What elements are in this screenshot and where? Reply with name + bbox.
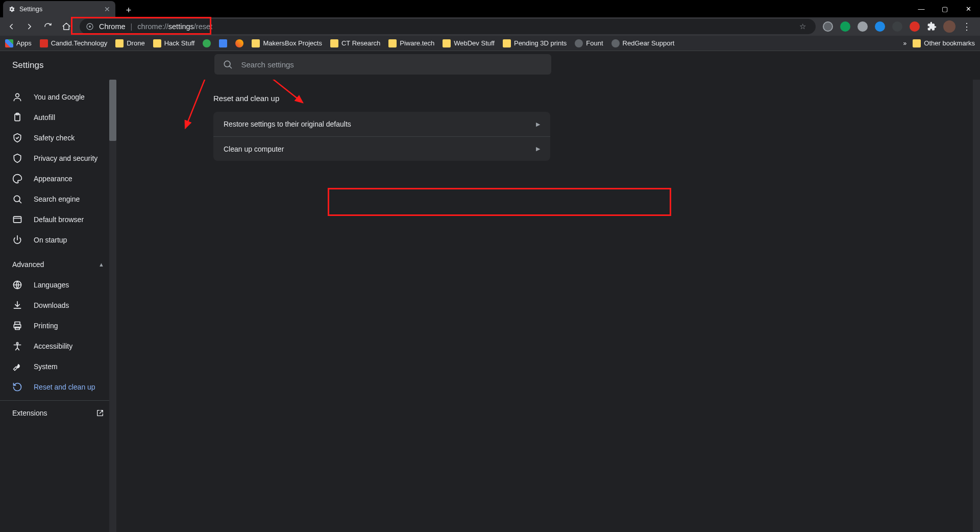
sidebar-item-reset-cleanup[interactable]: Reset and clean up <box>0 377 116 397</box>
extension-icon-2[interactable] <box>838 19 852 34</box>
address-bar[interactable]: Chrome | chrome://settings/reset ☆ <box>80 19 816 34</box>
search-icon <box>12 194 22 204</box>
power-icon <box>12 235 22 245</box>
new-tab-button[interactable]: + <box>121 3 136 17</box>
extension-icon-3[interactable] <box>855 19 870 34</box>
download-icon <box>12 300 22 310</box>
shield-check-icon <box>12 133 22 143</box>
extensions-menu-icon[interactable] <box>925 19 939 34</box>
chevron-right-icon: ▶ <box>536 121 540 128</box>
svg-point-12 <box>16 343 18 344</box>
extension-icon-5[interactable] <box>890 19 904 34</box>
sidebar-item-appearance[interactable]: Appearance <box>0 168 116 189</box>
sidebar-scrollbar-thumb[interactable] <box>109 80 116 141</box>
sidebar-scrollbar-track <box>109 80 116 532</box>
sidebar-item-languages[interactable]: Languages <box>0 275 116 295</box>
bookmark-item[interactable]: Pending 3D prints <box>503 39 567 47</box>
bookmark-star-icon[interactable]: ☆ <box>795 19 810 34</box>
bookmark-item[interactable]: Drone <box>115 39 144 47</box>
extension-icon-6[interactable] <box>908 19 922 34</box>
bookmark-item[interactable]: Piware.tech <box>388 39 434 47</box>
browser-icon <box>12 214 22 225</box>
sidebar-item-autofill[interactable]: Autofill <box>0 107 116 128</box>
settings-header: Settings Search settings <box>0 51 980 80</box>
folder-icon <box>330 39 338 47</box>
browser-tab[interactable]: Settings ✕ <box>3 1 115 17</box>
accessibility-icon <box>12 341 22 351</box>
bookmark-item[interactable]: MakersBox Projects <box>252 39 322 47</box>
sidebar-item-on-startup[interactable]: On startup <box>0 230 116 250</box>
site-icon <box>203 39 211 47</box>
tab-title: Settings <box>19 6 42 13</box>
home-button[interactable] <box>58 18 75 35</box>
sidebar-item-system[interactable]: System <box>0 356 116 377</box>
palette-icon <box>12 174 22 184</box>
open-external-icon <box>96 409 104 417</box>
folder-icon <box>153 39 161 47</box>
sidebar-item-you-and-google[interactable]: You and Google <box>0 87 116 107</box>
search-placeholder: Search settings <box>241 60 293 69</box>
minimize-button[interactable]: — <box>910 0 933 17</box>
chevron-up-icon: ▲ <box>99 261 104 268</box>
close-window-button[interactable]: ✕ <box>957 0 980 17</box>
folder-icon <box>443 39 451 47</box>
omnibox-url: chrome://settings/reset <box>137 22 212 31</box>
omnibox-separator: | <box>131 22 133 31</box>
sidebar-item-default-browser[interactable]: Default browser <box>0 209 116 230</box>
svg-rect-7 <box>14 216 21 223</box>
profile-avatar[interactable] <box>942 19 957 34</box>
back-button[interactable] <box>3 18 19 35</box>
row-label: Restore settings to their original defau… <box>224 120 351 128</box>
settings-search[interactable]: Search settings <box>214 54 551 75</box>
shield-icon <box>12 153 22 163</box>
bookmark-item[interactable]: CT Research <box>330 39 380 47</box>
folder-icon <box>115 39 124 47</box>
clipboard-icon <box>12 112 22 123</box>
settings-sidebar: You and Google Autofill Safety check Pri… <box>0 80 116 532</box>
extension-icon-1[interactable] <box>821 19 835 34</box>
svg-point-1 <box>89 26 91 28</box>
reload-button[interactable] <box>40 18 56 35</box>
sidebar-item-privacy-security[interactable]: Privacy and security <box>0 148 116 168</box>
extension-icon-4[interactable] <box>873 19 887 34</box>
row-clean-up-computer[interactable]: Clean up computer ▶ <box>213 136 550 161</box>
apps-icon <box>5 39 13 47</box>
site-info-icon[interactable] <box>86 22 94 31</box>
sidebar-advanced-toggle[interactable]: Advanced▲ <box>0 254 116 275</box>
row-restore-settings[interactable]: Restore settings to their original defau… <box>213 112 550 136</box>
gear-icon <box>8 6 15 13</box>
row-label: Clean up computer <box>224 145 284 153</box>
page-title: Settings <box>12 60 43 70</box>
site-icon <box>219 39 227 47</box>
sidebar-item-downloads[interactable]: Downloads <box>0 295 116 316</box>
svg-point-3 <box>16 93 19 97</box>
annotation-highlight-restore <box>328 188 671 216</box>
bookmark-apps[interactable]: Apps <box>5 39 32 47</box>
bookmark-item[interactable]: Hack Stuff <box>153 39 195 47</box>
bookmark-item[interactable]: WebDev Stuff <box>443 39 495 47</box>
chrome-menu-button[interactable]: ⋮ <box>960 19 974 34</box>
bookmarks-overflow-button[interactable]: » <box>903 40 907 47</box>
bookmark-item[interactable] <box>219 39 227 47</box>
bookmark-item[interactable]: RedGear Support <box>611 39 675 47</box>
search-icon <box>223 59 233 69</box>
sidebar-item-accessibility[interactable]: Accessibility <box>0 336 116 356</box>
chevron-right-icon: ▶ <box>536 146 540 152</box>
bookmark-item[interactable] <box>235 39 243 47</box>
site-icon <box>575 39 583 47</box>
sidebar-item-safety-check[interactable]: Safety check <box>0 128 116 148</box>
other-bookmarks[interactable]: Other bookmarks <box>913 39 975 47</box>
sidebar-item-search-engine[interactable]: Search engine <box>0 189 116 209</box>
settings-card: Restore settings to their original defau… <box>213 112 550 161</box>
bookmark-item[interactable]: Fount <box>575 39 603 47</box>
print-icon <box>12 321 22 331</box>
close-tab-icon[interactable]: ✕ <box>104 5 110 13</box>
extension-icons: ⋮ <box>821 19 974 34</box>
forward-button[interactable] <box>21 18 38 35</box>
sidebar-item-extensions[interactable]: Extensions <box>0 400 116 425</box>
maximize-button[interactable]: ▢ <box>933 0 957 17</box>
sidebar-item-printing[interactable]: Printing <box>0 316 116 336</box>
omnibox-origin-label: Chrome <box>99 22 126 31</box>
bookmark-item[interactable]: Candid.Technology <box>40 39 108 47</box>
bookmark-item[interactable] <box>203 39 211 47</box>
